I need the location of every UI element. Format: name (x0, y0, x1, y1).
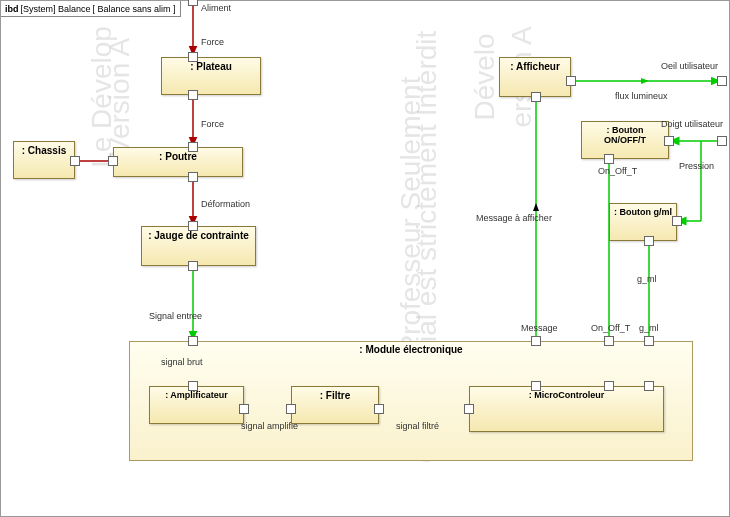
port (566, 76, 576, 86)
label-onoff: On_Off_T (591, 323, 630, 333)
watermark: Version A (104, 38, 136, 156)
svg-marker-14 (641, 78, 649, 84)
port (531, 336, 541, 346)
label-signal-brut: signal brut (161, 357, 203, 367)
port-oeil (717, 76, 727, 86)
port (188, 381, 198, 391)
label-deformation: Déformation (201, 199, 250, 209)
block-plateau[interactable]: : Plateau (161, 57, 261, 95)
port (672, 216, 682, 226)
label-message: Message (521, 323, 558, 333)
label-gml: g_ml (639, 323, 659, 333)
label-force2: Force (201, 119, 224, 129)
block-jauge-title: : Jauge de contrainte (142, 227, 255, 244)
block-amplificateur[interactable]: : Amplificateur (149, 386, 244, 424)
label-signal-filtre: signal filtré (396, 421, 439, 431)
label-message-afficher: Message à afficher (476, 213, 552, 223)
block-afficheur-title: : Afficheur (500, 58, 570, 75)
port (644, 236, 654, 246)
port (604, 154, 614, 164)
label-aliment: Aliment (201, 3, 231, 13)
port (188, 261, 198, 271)
port (188, 221, 198, 231)
block-poutre[interactable]: : Poutre (113, 147, 243, 177)
block-plateau-title: : Plateau (162, 58, 260, 75)
header-tag: ibd (5, 4, 19, 14)
port (188, 172, 198, 182)
label-gml-port: g_ml (637, 274, 657, 284)
port (188, 90, 198, 100)
port (531, 92, 541, 102)
block-poutre-title: : Poutre (114, 148, 242, 165)
block-chassis-title: : Chassis (14, 142, 74, 159)
block-filtre[interactable]: : Filtre (291, 386, 379, 424)
diagram-header: ibd [System] Balance [ Balance sans alim… (1, 1, 181, 17)
block-micro-title: : MicroControleur (470, 387, 663, 403)
block-jauge[interactable]: : Jauge de contrainte (141, 226, 256, 266)
port-doigt (717, 136, 727, 146)
port (188, 142, 198, 152)
watermark: Dévelo (469, 33, 501, 120)
port (374, 404, 384, 414)
port (604, 381, 614, 391)
port (188, 52, 198, 62)
diagram-canvas: Version A Le Dévelop pour Professeur Seu… (0, 0, 730, 517)
label-doigt: Doigt utilisateur (661, 119, 723, 129)
header-name: [ Balance sans alim ] (93, 4, 176, 14)
block-filtre-title: : Filtre (292, 387, 378, 404)
block-afficheur[interactable]: : Afficheur (499, 57, 571, 97)
port (664, 136, 674, 146)
block-bouton-gml[interactable]: : Bouton g/ml (609, 203, 677, 241)
svg-marker-12 (533, 203, 539, 211)
port (531, 381, 541, 391)
port (70, 156, 80, 166)
port (604, 336, 614, 346)
label-signal-amplifie: signal amplifié (241, 421, 298, 431)
port (644, 336, 654, 346)
block-microcontroleur[interactable]: : MicroControleur (469, 386, 664, 432)
label-force: Force (201, 37, 224, 47)
port-aliment (188, 0, 198, 6)
port (239, 404, 249, 414)
label-pression: Pression (679, 161, 714, 171)
port (464, 404, 474, 414)
block-bouton-onoff[interactable]: : Bouton ON/OFF/T (581, 121, 669, 159)
port (108, 156, 118, 166)
port (286, 404, 296, 414)
port (188, 336, 198, 346)
block-bouton-onoff-title: : Bouton ON/OFF/T (582, 122, 668, 148)
block-chassis[interactable]: : Chassis (13, 141, 75, 179)
label-onoff-port: On_Off_T (598, 166, 637, 176)
label-flux: flux lumineux (615, 91, 668, 101)
header-context: [System] Balance (21, 4, 91, 14)
label-signal-entree: Signal entree (149, 311, 202, 321)
label-oeil: Oeil utilisateur (661, 61, 718, 71)
block-bouton-gml-title: : Bouton g/ml (610, 204, 676, 220)
port (644, 381, 654, 391)
